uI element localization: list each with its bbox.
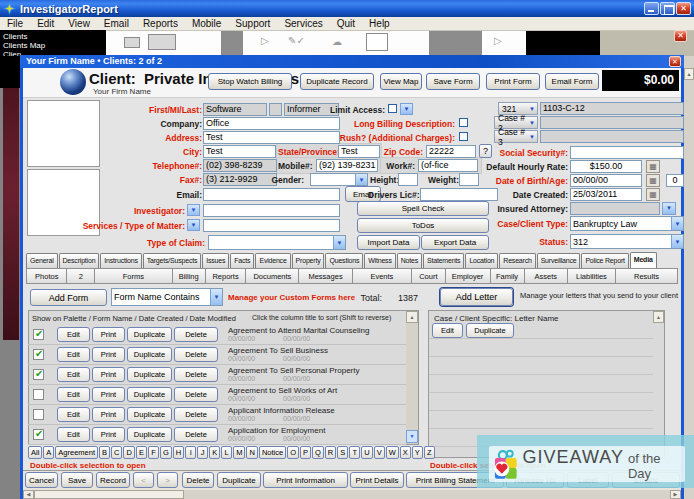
- form-name[interactable]: Applicant Information Release: [228, 406, 335, 415]
- todos-button[interactable]: ToDos: [357, 218, 489, 233]
- save-button[interactable]: Save: [61, 472, 93, 488]
- form-row-duplicate-button[interactable]: Duplicate: [127, 327, 172, 342]
- alphabet-filter-button[interactable]: T: [349, 446, 360, 459]
- tab[interactable]: General: [26, 253, 58, 268]
- form-name[interactable]: Agreement To Sell Personal Property: [228, 366, 359, 375]
- work-field[interactable]: (of-fice: [418, 159, 478, 172]
- rush-checkbox[interactable]: [459, 132, 468, 141]
- form-name[interactable]: Agreement To Sell Business: [228, 346, 328, 355]
- alphabet-filter-button[interactable]: B: [99, 446, 110, 459]
- print-information-button[interactable]: Print Information: [263, 472, 348, 488]
- alphabet-filter-button[interactable]: Notice: [259, 446, 286, 459]
- menu-item[interactable]: View: [61, 18, 97, 29]
- form-row-checkbox[interactable]: [33, 429, 44, 440]
- tab[interactable]: Evidence: [255, 253, 290, 268]
- tab[interactable]: Witness: [364, 253, 396, 268]
- alphabet-filter-button[interactable]: E: [136, 446, 147, 459]
- form-row-duplicate-button[interactable]: Duplicate: [127, 407, 172, 422]
- bg-close-button[interactable]: ✕: [674, 30, 687, 42]
- services-field[interactable]: [203, 219, 340, 232]
- menu-item[interactable]: Mobile: [185, 18, 228, 29]
- form-row-edit-button[interactable]: Edit: [57, 327, 90, 342]
- alphabet-filter-button[interactable]: I: [185, 446, 196, 459]
- form-row-edit-button[interactable]: Edit: [57, 387, 90, 402]
- services-dropdown[interactable]: ▼: [187, 219, 200, 231]
- limit-access-checkbox[interactable]: [388, 104, 397, 113]
- first-name-field[interactable]: Software: [203, 103, 267, 116]
- alphabet-filter-button[interactable]: Y: [412, 446, 423, 459]
- sub-tab[interactable]: Employer: [445, 268, 491, 284]
- alphabet-filter-button[interactable]: S: [337, 446, 348, 459]
- alphabet-filter-button[interactable]: G: [160, 446, 172, 459]
- company-field[interactable]: Office: [203, 117, 340, 130]
- calendar-icon[interactable]: ▦: [646, 188, 660, 201]
- menu-item[interactable]: Quit: [330, 18, 362, 29]
- form-row-checkbox[interactable]: [33, 389, 44, 400]
- tab[interactable]: Police Report: [581, 253, 628, 268]
- investigator-field[interactable]: [203, 204, 340, 217]
- form-row-print-button[interactable]: Print: [92, 427, 125, 442]
- alphabet-filter-button[interactable]: W: [386, 446, 399, 459]
- alphabet-filter-button[interactable]: V: [374, 446, 385, 459]
- sub-tab[interactable]: Liabilities: [567, 268, 616, 284]
- sub-tab[interactable]: Documents: [245, 268, 299, 284]
- form-row-edit-button[interactable]: Edit: [57, 367, 90, 382]
- spell-check-button[interactable]: Spell Check: [357, 201, 489, 216]
- alphabet-filter-button[interactable]: Q: [312, 446, 324, 459]
- letters-scrollbar-up[interactable]: ▲: [653, 311, 664, 323]
- alphabet-filter-button[interactable]: N: [246, 446, 257, 459]
- form-filter-select[interactable]: Form Name Contains▼: [111, 288, 223, 306]
- sub-tab[interactable]: Messages: [298, 268, 352, 284]
- form-row-delete-button[interactable]: Delete: [174, 407, 218, 422]
- middle-initial-field[interactable]: [269, 103, 282, 116]
- menu-item[interactable]: File: [0, 18, 30, 29]
- add-form-button[interactable]: Add Form: [30, 289, 107, 306]
- print-details-button[interactable]: Print Details: [350, 472, 404, 488]
- chevron-down-icon[interactable]: ▼: [671, 235, 683, 248]
- alphabet-filter-button[interactable]: C: [111, 446, 122, 459]
- alphabet-filter-button[interactable]: P: [300, 446, 311, 459]
- export-data-button[interactable]: Export Data: [421, 235, 489, 250]
- tab[interactable]: Notes: [397, 253, 422, 268]
- alphabet-filter-button[interactable]: Z: [424, 446, 435, 459]
- menu-item[interactable]: Help: [362, 18, 397, 29]
- alphabet-filter-button[interactable]: X: [400, 446, 411, 459]
- alphabet-filter-button[interactable]: H: [173, 446, 184, 459]
- form-row-delete-button[interactable]: Delete: [174, 327, 218, 342]
- menu-item[interactable]: Services: [277, 18, 329, 29]
- sub-tab[interactable]: Forms: [94, 268, 172, 284]
- sub-tab[interactable]: Photos: [26, 268, 67, 284]
- form-name[interactable]: Agreement to Sell Works of Art: [228, 386, 337, 395]
- menu-item[interactable]: Email: [97, 18, 136, 29]
- state-field[interactable]: Test: [338, 145, 380, 158]
- form-row-print-button[interactable]: Print: [92, 347, 125, 362]
- alphabet-filter-button[interactable]: L: [221, 446, 232, 459]
- letter-edit-button[interactable]: Edit: [432, 323, 463, 338]
- alphabet-filter-button[interactable]: D: [123, 446, 134, 459]
- gender-select[interactable]: ▼: [310, 173, 368, 186]
- sub-tab[interactable]: Reports: [205, 268, 246, 284]
- claim-select[interactable]: ▼: [208, 235, 346, 250]
- form-row-delete-button[interactable]: Delete: [174, 427, 218, 442]
- cancel-button[interactable]: Cancel: [25, 472, 58, 488]
- weight-field[interactable]: [459, 173, 479, 186]
- email-form-button[interactable]: Email Form: [545, 73, 599, 90]
- form-row-duplicate-button[interactable]: Duplicate: [127, 387, 172, 402]
- prev-record-button[interactable]: <: [133, 472, 154, 488]
- form-row-delete-button[interactable]: Delete: [174, 387, 218, 402]
- dob-field[interactable]: 00/00/00: [570, 174, 642, 187]
- form-row-duplicate-button[interactable]: Duplicate: [127, 427, 172, 442]
- sub-tab[interactable]: Family: [490, 268, 525, 284]
- tab[interactable]: Questions: [325, 253, 363, 268]
- menu-item[interactable]: Edit: [30, 18, 61, 29]
- save-form-button[interactable]: Save Form: [426, 73, 480, 90]
- import-data-button[interactable]: Import Data: [357, 235, 420, 250]
- tab[interactable]: Location: [465, 253, 498, 268]
- letter-duplicate-button[interactable]: Duplicate: [466, 323, 514, 338]
- next-record-button[interactable]: >: [157, 472, 178, 488]
- sub-tab[interactable]: Billing: [172, 268, 206, 284]
- tab[interactable]: Targets/Suspects: [143, 253, 202, 268]
- minimize-button[interactable]: [644, 2, 659, 15]
- v-scrollbar[interactable]: [684, 56, 694, 499]
- form-name[interactable]: Agreement to Attend Marital Counseling: [228, 326, 369, 335]
